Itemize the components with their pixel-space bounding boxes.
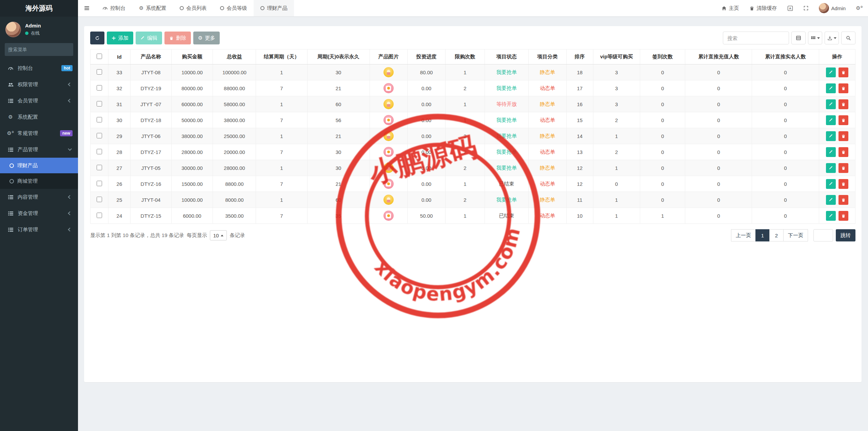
edit-button[interactable] — [826, 179, 836, 189]
table-footer: 显示第 1 到第 10 条记录，总共 19 条记录 每页显示 10 条记录 上一… — [90, 229, 855, 241]
sidebar-item-dashboard[interactable]: 控制台 hot — [0, 60, 78, 76]
jump-page-input[interactable] — [813, 229, 833, 241]
cell-progress: 0.00 — [408, 80, 446, 96]
header-product-image: 产品图片 — [370, 50, 408, 64]
delete-button[interactable] — [839, 83, 848, 93]
tab-member-level[interactable]: 会员等级 — [213, 0, 254, 16]
cell-settle-cycle: 7 — [256, 112, 307, 128]
row-checkbox[interactable] — [97, 181, 102, 186]
delete-button[interactable] — [839, 179, 848, 189]
edit-selected-button[interactable]: 编辑 — [136, 32, 162, 44]
table-search-input[interactable] — [723, 32, 789, 44]
nav-tabs: 控制台 ⚙ 系统配置 会员列表 会员等级 理财产品 — [96, 0, 294, 16]
fullscreen-button[interactable] — [798, 0, 814, 16]
tab-system-config[interactable]: ⚙ 系统配置 — [132, 0, 173, 16]
product-image — [383, 147, 394, 157]
cell-status: 我要抢单 — [485, 144, 529, 160]
select-all-checkbox[interactable] — [97, 54, 102, 59]
row-checkbox[interactable] — [97, 85, 102, 91]
tab-member-list[interactable]: 会员列表 — [173, 0, 213, 16]
delete-button[interactable] — [839, 163, 848, 173]
list-icon — [6, 147, 15, 153]
cell-category: 动态单 — [529, 144, 567, 160]
add-button[interactable]: 添加 — [107, 32, 133, 44]
row-checkbox[interactable] — [97, 197, 102, 202]
header-total-profit: 总收益 — [213, 50, 256, 64]
edit-button[interactable] — [826, 99, 836, 109]
edit-button[interactable] — [826, 163, 836, 173]
edit-button[interactable] — [826, 131, 836, 141]
page-2-button[interactable]: 2 — [769, 229, 784, 241]
sidebar-search-input[interactable] — [8, 47, 70, 52]
next-page-button[interactable]: 下一页 — [783, 229, 808, 241]
navbar-user-name: Admin — [831, 5, 846, 11]
cell-product-name: JTYT-04 — [131, 192, 171, 208]
cell-recharge-referrals: 0 — [685, 128, 752, 144]
toggle-view-button[interactable] — [791, 32, 806, 44]
sidebar-item-permissions[interactable]: 权限管理 — [0, 76, 78, 93]
row-checkbox[interactable] — [97, 165, 102, 170]
header-vip-level: vip等级可购买 — [593, 50, 640, 64]
delete-button[interactable] — [839, 195, 848, 205]
row-checkbox[interactable] — [97, 101, 102, 106]
user-profile: Admin 在线 — [0, 17, 78, 42]
delete-button[interactable] — [839, 99, 848, 109]
row-checkbox[interactable] — [97, 133, 102, 138]
cell-vip-level: 1 — [593, 192, 640, 208]
cell-vip-level: 3 — [593, 64, 640, 80]
cell-select — [91, 96, 108, 112]
row-checkbox[interactable] — [97, 213, 102, 218]
export-icon — [827, 36, 832, 41]
sidebar-item-products[interactable]: 产品管理 — [0, 141, 78, 158]
navbar-right: 主页 清除缓存 A Admin ⚙⚙ — [716, 0, 868, 16]
edit-button[interactable] — [826, 147, 836, 157]
export-button[interactable] — [825, 32, 839, 44]
delete-button[interactable] — [839, 147, 848, 157]
sidebar-subitem-mall[interactable]: 商城管理 — [0, 173, 78, 189]
products-table: Id 产品名称 购买金额 总收益 结算周期（天） 周期(天)0表示永久 产品图片… — [90, 49, 855, 224]
sidebar-item-orders[interactable]: 订单管理 — [0, 221, 78, 238]
home-link[interactable]: 主页 — [716, 0, 744, 16]
jump-button[interactable]: 跳转 — [836, 229, 855, 241]
tab-dashboard[interactable]: 控制台 — [96, 0, 132, 16]
delete-button[interactable] — [839, 67, 848, 77]
sidebar-item-content[interactable]: 内容管理 — [0, 189, 78, 205]
clear-cache-button[interactable]: 清除缓存 — [744, 0, 782, 16]
edit-button[interactable] — [826, 83, 836, 93]
row-checkbox[interactable] — [97, 117, 102, 122]
cell-id: 32 — [108, 80, 131, 96]
cell-period: 56 — [307, 112, 370, 128]
settings-button[interactable]: ⚙⚙ — [851, 0, 868, 16]
refresh-button[interactable] — [90, 32, 104, 44]
user-menu[interactable]: Admin — [814, 0, 851, 16]
edit-button[interactable] — [826, 67, 836, 77]
sidebar: 海外源码 Admin 在线 控制台 hot 权限管理 会员管理 ⚙ 系统配置 — [0, 0, 78, 431]
sidebar-item-members[interactable]: 会员管理 — [0, 93, 78, 109]
page-size-select[interactable]: 10 — [210, 230, 227, 240]
columns-button[interactable] — [808, 32, 822, 44]
edit-button[interactable] — [826, 115, 836, 125]
pencil-icon — [829, 118, 833, 122]
more-button[interactable]: ⚙ 更多 — [193, 32, 220, 44]
hamburger-icon[interactable] — [78, 0, 96, 16]
sidebar-subitem-wealth-products[interactable]: 理财产品 — [0, 158, 78, 173]
sidebar-item-general[interactable]: ⚙⚙ 常规管理 new — [0, 125, 78, 141]
edit-button[interactable] — [826, 195, 836, 205]
delete-selected-button[interactable]: 删除 — [164, 32, 191, 44]
delete-button[interactable] — [839, 211, 848, 221]
sidebar-item-system-config[interactable]: ⚙ 系统配置 — [0, 109, 78, 125]
delete-button[interactable] — [839, 131, 848, 141]
edit-button[interactable] — [826, 211, 836, 221]
circle-icon — [180, 6, 184, 10]
cell-select — [91, 112, 108, 128]
row-checkbox[interactable] — [97, 69, 102, 75]
tab-wealth-products[interactable]: 理财产品 — [254, 0, 294, 16]
delete-button[interactable] — [839, 115, 848, 125]
row-checkbox[interactable] — [97, 149, 102, 154]
translate-button[interactable]: A — [782, 0, 798, 16]
advanced-search-button[interactable] — [841, 32, 855, 44]
prev-page-button[interactable]: 上一页 — [731, 229, 756, 241]
list-icon — [6, 194, 15, 200]
sidebar-item-funds[interactable]: 资金管理 — [0, 205, 78, 221]
page-1-button[interactable]: 1 — [755, 229, 770, 241]
